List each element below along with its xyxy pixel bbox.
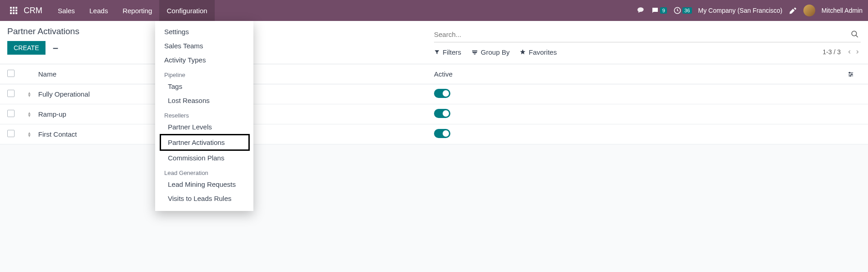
table-row[interactable]: ▲▼ Fully Operational — [0, 84, 868, 104]
svg-rect-1 — [13, 7, 15, 9]
table-row[interactable]: ▲▼ First Contact — [0, 124, 868, 144]
menu-header-resellers: Resellers — [155, 108, 253, 120]
menu-lost-reasons[interactable]: Lost Reasons — [155, 93, 253, 108]
topbar-right: 9 36 My Company (San Francisco) Mitchell… — [636, 5, 863, 16]
table-header: Name Active — [0, 64, 868, 84]
menu-partner-levels[interactable]: Partner Levels — [155, 120, 253, 134]
search-icon[interactable] — [849, 28, 861, 40]
debug-icon[interactable] — [789, 6, 797, 15]
groupby-label: Group By — [481, 48, 510, 56]
svg-rect-3 — [10, 10, 12, 11]
search-bar — [434, 26, 861, 42]
topbar-left: CRM Sales Leads Reporting Configuration — [5, 0, 215, 21]
pager-prev[interactable] — [846, 48, 853, 56]
svg-rect-0 — [10, 7, 12, 9]
svg-point-12 — [851, 73, 852, 74]
row-checkbox[interactable] — [7, 90, 15, 97]
menu-sales-teams[interactable]: Sales Teams — [155, 39, 253, 53]
menu-header-pipeline: Pipeline — [155, 67, 253, 79]
row-checkbox[interactable] — [7, 130, 15, 137]
main: Partner Activations CREATE Filters — [0, 21, 868, 144]
avatar[interactable] — [803, 5, 815, 16]
menu-tags[interactable]: Tags — [155, 79, 253, 93]
pager-count[interactable]: 1-3 / 3 — [823, 48, 841, 56]
create-button[interactable]: CREATE — [7, 41, 45, 55]
configuration-dropdown: Settings Sales Teams Activity Types Pipe… — [155, 21, 253, 144]
svg-rect-2 — [15, 7, 17, 9]
active-toggle[interactable] — [434, 109, 450, 118]
topbar: CRM Sales Leads Reporting Configuration … — [0, 0, 868, 21]
active-toggle[interactable] — [434, 129, 450, 138]
column-options-icon[interactable] — [847, 71, 861, 77]
svg-rect-8 — [15, 12, 17, 14]
col-active-header[interactable]: Active — [434, 70, 847, 78]
nav-configuration[interactable]: Configuration — [159, 0, 214, 21]
chat-badge: 9 — [660, 7, 667, 14]
groupby-button[interactable]: Group By — [471, 48, 510, 56]
svg-rect-4 — [13, 10, 15, 11]
table-row[interactable]: ▲▼ Ramp-up — [0, 104, 868, 124]
favorites-button[interactable]: Favorites — [520, 48, 557, 56]
nav-reporting[interactable]: Reporting — [115, 0, 159, 21]
pager-next[interactable] — [854, 48, 861, 56]
pager: 1-3 / 3 — [823, 48, 861, 56]
svg-rect-5 — [15, 10, 17, 11]
nav-sales[interactable]: Sales — [50, 0, 82, 21]
search-input[interactable] — [434, 31, 849, 38]
apps-icon[interactable] — [5, 4, 22, 17]
select-all-checkbox[interactable] — [7, 70, 15, 77]
voip-icon[interactable] — [636, 6, 645, 15]
favorites-label: Favorites — [529, 48, 557, 56]
import-icon[interactable] — [52, 43, 59, 50]
svg-rect-7 — [13, 12, 15, 14]
filters-button[interactable]: Filters — [434, 48, 461, 56]
user-name[interactable]: Mitchell Admin — [822, 7, 863, 14]
table: Name Active ▲▼ Fully Operational ▲▼ Ramp… — [0, 64, 868, 144]
svg-point-10 — [852, 31, 857, 36]
row-checkbox[interactable] — [7, 110, 15, 117]
active-toggle[interactable] — [434, 89, 450, 98]
activity-icon[interactable]: 36 — [673, 6, 691, 15]
filters-label: Filters — [443, 48, 461, 56]
svg-rect-6 — [10, 12, 12, 14]
drag-handle-icon[interactable]: ▲▼ — [27, 112, 38, 117]
svg-point-13 — [850, 75, 851, 76]
activity-badge: 36 — [682, 7, 691, 14]
drag-handle-icon[interactable]: ▲▼ — [27, 92, 38, 97]
brand[interactable]: CRM — [22, 6, 50, 15]
menu-partner-activations[interactable]: Partner Activations — [160, 134, 250, 144]
control-panel: Partner Activations CREATE Filters — [0, 21, 868, 64]
menu-settings[interactable]: Settings — [155, 25, 253, 39]
menu-activity-types[interactable]: Activity Types — [155, 53, 253, 67]
company-switcher[interactable]: My Company (San Francisco) — [698, 7, 782, 14]
drag-handle-icon[interactable]: ▲▼ — [27, 132, 38, 137]
svg-point-11 — [849, 72, 850, 73]
chat-icon[interactable]: 9 — [651, 6, 667, 15]
nav-leads[interactable]: Leads — [82, 0, 116, 21]
